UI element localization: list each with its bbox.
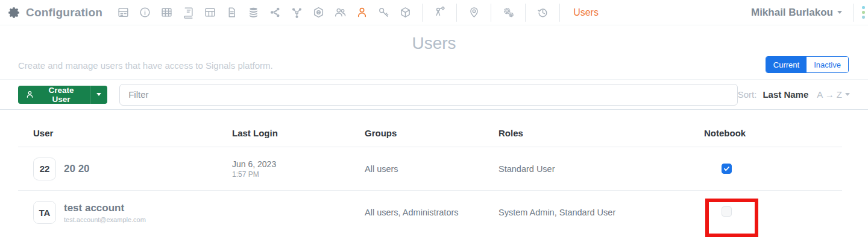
create-user-label: Create User [39, 86, 84, 104]
toggle-current-button[interactable]: Current [766, 57, 807, 72]
table-row[interactable]: TA test account test.account@example.com… [18, 191, 842, 234]
audit-history-icon[interactable] [536, 6, 549, 19]
table-header-row: User Last Login Groups Roles Notebook [18, 110, 842, 147]
last-login-date: Jun 6, 2023 [232, 159, 365, 169]
instruments-icon[interactable] [433, 6, 446, 19]
user-email: test.account@example.com [64, 216, 146, 223]
groups-cell: All users, Administrators [365, 208, 498, 217]
molecule-icon[interactable] [290, 6, 303, 19]
roles-cell: Standard User [498, 164, 704, 174]
avatar: 22 [33, 158, 56, 180]
sort-controls: Sort: Last Name A → Z [738, 89, 850, 100]
user-name[interactable]: test account [64, 202, 146, 214]
user-account-menu[interactable]: Mikhail Burlakou [751, 7, 842, 19]
info-icon[interactable] [138, 6, 151, 19]
user-name-label: Mikhail Burlakou [751, 7, 833, 19]
create-user-dropdown-toggle[interactable] [90, 86, 107, 104]
table-icon[interactable] [160, 6, 173, 19]
toolbar-icon-strip [112, 4, 566, 22]
create-user-button[interactable]: Create User [18, 86, 107, 104]
groups-cell: All users [365, 164, 498, 174]
users-table: User Last Login Groups Roles Notebook 22… [18, 110, 842, 234]
top-toolbar: Configuration [0, 0, 868, 25]
roles-cell: System Admin, Standard User [498, 208, 704, 217]
groups-icon[interactable] [333, 6, 347, 19]
notebook-checkbox[interactable] [722, 206, 732, 217]
notebook-checkbox[interactable] [722, 164, 732, 174]
column-header-roles: Roles [498, 128, 704, 138]
column-header-groups: Groups [365, 128, 498, 138]
page-subheader: Create and manage users that have access… [0, 53, 868, 80]
sort-direction-label: A → Z [817, 89, 842, 100]
journal-icon[interactable] [181, 6, 195, 19]
column-header-user: User [33, 128, 232, 138]
atom-hexagon-icon[interactable] [312, 6, 325, 19]
users-icon[interactable] [355, 6, 368, 19]
page-subtitle: Create and manage users that have access… [18, 60, 273, 71]
app-title: Configuration [26, 6, 102, 19]
avatar: TA [33, 201, 56, 224]
toolbar-divider [559, 4, 560, 22]
active-section-label: Users [573, 7, 599, 18]
template-document-icon[interactable] [225, 6, 238, 19]
app-switcher-icon[interactable] [862, 5, 868, 21]
last-login-time: 1:57 PM [232, 170, 365, 179]
toolbar-divider [422, 4, 423, 22]
check-icon [723, 165, 730, 172]
system-settings-gears-icon[interactable] [502, 6, 515, 19]
person-icon [25, 90, 34, 99]
column-header-notebook: Notebook [704, 128, 842, 138]
status-filter-toggle: Current Inactive [766, 56, 849, 73]
toolbar-divider [456, 4, 457, 22]
chevron-down-icon [837, 11, 842, 14]
chevron-down-icon [96, 93, 101, 96]
share-icon[interactable] [268, 6, 281, 19]
locations-pin-icon[interactable] [467, 6, 480, 19]
calculator-icon[interactable] [116, 6, 130, 19]
user-name[interactable]: 20 20 [64, 163, 90, 175]
toolbar-divider [525, 4, 526, 22]
sort-direction-select[interactable]: A → Z [817, 89, 850, 100]
toolbar-divider [491, 4, 491, 22]
database-icon[interactable] [247, 6, 260, 19]
tenant-table-icon[interactable] [203, 6, 216, 19]
actions-row: Create User Sort: Last Name A → Z [0, 80, 868, 110]
container-cube-icon[interactable] [398, 6, 412, 19]
chevron-down-icon [845, 93, 850, 96]
filter-input[interactable] [119, 84, 738, 106]
sort-label: Sort: [738, 89, 757, 100]
page-title: Users [0, 34, 868, 53]
toolbar-divider [853, 4, 854, 22]
column-header-last-login: Last Login [232, 128, 365, 138]
sort-field-select[interactable]: Last Name [763, 89, 808, 100]
table-row[interactable]: 22 20 20 Jun 6, 2023 1:57 PM All users S… [18, 147, 842, 191]
configuration-gear-icon [7, 6, 20, 19]
permissions-key-icon[interactable] [377, 6, 390, 19]
toggle-inactive-button[interactable]: Inactive [807, 57, 848, 72]
